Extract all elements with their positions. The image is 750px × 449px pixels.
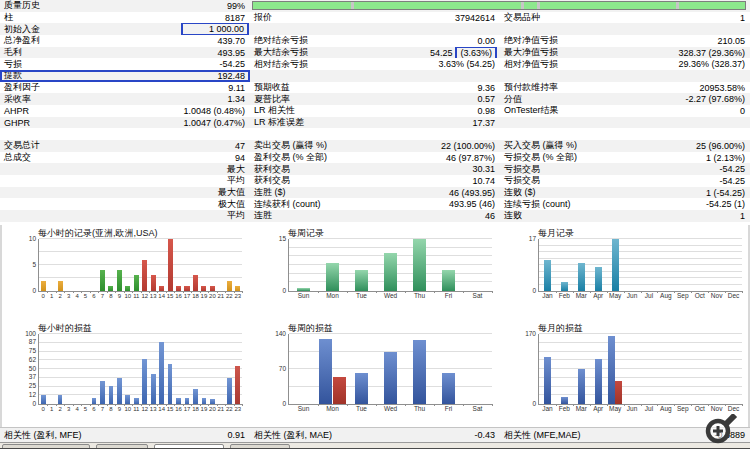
- stats-row: GHPR1.0047 (0.47%)LR 标准误差17.37: [0, 117, 750, 129]
- stat-label: 获利交易: [254, 175, 290, 187]
- bar: [184, 286, 189, 291]
- y-tick-label: 25: [29, 383, 36, 390]
- bar: [355, 270, 368, 291]
- stat-value: 0: [740, 106, 745, 116]
- magnifier-plus-icon: [704, 414, 740, 446]
- y-tick-label: 50: [29, 366, 36, 373]
- gridline: [539, 251, 742, 252]
- gridline: [539, 333, 742, 334]
- stats-cell: 亏损交易 (% 全部)1 (2.13%): [500, 152, 750, 164]
- chart-plot: 070140SunMonTueWedThuFriSat: [288, 334, 492, 405]
- x-tick-label: Feb: [559, 293, 570, 300]
- bar: [210, 399, 215, 404]
- x-tick-mark: [98, 404, 99, 406]
- gridline: [289, 333, 492, 334]
- stat-label: 盈利因子: [4, 82, 40, 94]
- stats-row: 提款192.48: [0, 70, 750, 82]
- stat-value: 平均: [227, 175, 245, 187]
- y-tick-label: 100: [25, 331, 36, 338]
- x-tick-mark: [47, 291, 48, 293]
- x-tick-label: May: [609, 406, 621, 413]
- stat-value: 极大值: [218, 198, 245, 210]
- x-tick-mark: [242, 291, 243, 293]
- stat-value: 1.0047 (0.47%): [183, 118, 245, 128]
- stat-value: 0.57: [477, 94, 495, 104]
- zoom-in-button[interactable]: [704, 414, 740, 446]
- stat-value: 29.36% (328.37): [678, 59, 745, 69]
- x-tick-mark: [347, 291, 348, 293]
- stats-cell: 平均: [0, 210, 250, 222]
- y-tick-label: 10: [29, 236, 36, 243]
- x-tick-mark: [657, 291, 658, 293]
- stat-label: 绝对结余亏损: [254, 35, 308, 47]
- x-tick-label: 0: [42, 406, 45, 412]
- x-tick-label: 2: [58, 293, 61, 299]
- chart-plot: 017JanFebMarAprMayJunJulAugSepOctNovDec: [538, 239, 742, 292]
- stat-value: 1 (2.13%): [706, 153, 745, 163]
- bar: [201, 286, 206, 291]
- stat-label: 连胜: [254, 210, 272, 222]
- x-tick-mark: [376, 404, 377, 406]
- stat-label: 交易品种: [504, 12, 540, 24]
- stats-cell: 连续获利 (count)493.95 (46): [250, 198, 500, 210]
- gridline: [539, 351, 742, 352]
- x-tick-label: 11: [133, 406, 139, 412]
- x-tick-label: 13: [150, 406, 157, 412]
- bottom-tab[interactable]: [230, 444, 290, 449]
- gridline: [539, 258, 742, 259]
- stat-label: 交易总计: [4, 140, 40, 152]
- stats-cell: 盈利因子9.11: [0, 82, 250, 94]
- x-tick-label: Nov: [711, 406, 723, 413]
- stat-label: 毛利: [4, 47, 22, 59]
- gridline: [539, 377, 742, 378]
- stat-value: 1 000.00: [181, 23, 245, 35]
- stat-value: 37942614: [455, 13, 495, 23]
- x-tick-mark: [492, 291, 493, 293]
- chart-monthly-trades: 每月记录017JanFebMarAprMayJunJulAugSepOctNov…: [508, 227, 750, 319]
- stats-row: 最大值连胜 ($)46 (493.95)连败 ($)1 (-54.25): [0, 187, 750, 199]
- bar: [125, 286, 130, 291]
- bar: [151, 374, 156, 404]
- stat-label: 分值: [504, 93, 522, 105]
- stat-value: -54.25: [219, 59, 245, 69]
- gridline: [39, 394, 242, 395]
- stats-row: 盈利因子9.11预期收益9.36预付款维持率20953.58%: [0, 82, 750, 94]
- x-tick-mark: [641, 291, 642, 293]
- correlation-label: 相关性 (盈利, MFE): [4, 429, 82, 442]
- gridline: [39, 333, 242, 334]
- x-tick-label: 13: [150, 293, 157, 299]
- stats-row: 总成交94盈利交易 (% 全部)46 (97.87%)亏损交易 (% 全部)1 …: [0, 152, 750, 164]
- x-tick-mark: [376, 291, 377, 293]
- chart-hourly-trades: 每小时的记录(亚洲,欧洲,USA)05100123456789101112131…: [8, 227, 252, 319]
- stats-row: 最大获利交易30.31亏损交易-54.25: [0, 163, 750, 175]
- stat-label: 绝对净值亏损: [504, 35, 558, 47]
- x-tick-mark: [64, 291, 65, 293]
- x-tick-label: 3: [67, 293, 70, 299]
- stats-cell: 预付款维持率20953.58%: [500, 82, 750, 94]
- gridline: [539, 245, 742, 246]
- stats-row: [0, 128, 750, 140]
- x-tick-label: 3: [67, 406, 70, 412]
- x-tick-label: Apr: [593, 406, 603, 413]
- stats-cell: 连败 ($)1 (-54.25): [500, 187, 750, 199]
- bottom-tab[interactable]: [2, 444, 90, 449]
- bar: [595, 267, 602, 291]
- x-tick-mark: [90, 291, 91, 293]
- stat-value: 22 (100.00%): [441, 141, 495, 151]
- stats-cell: 预期收益9.36: [250, 82, 500, 94]
- stats-cell: 初始入金1 000.00: [0, 23, 250, 35]
- x-tick-mark: [115, 291, 116, 293]
- y-tick-label: 62: [29, 357, 36, 364]
- x-tick-mark: [115, 404, 116, 406]
- bottom-tab[interactable]: [96, 444, 148, 449]
- x-tick-label: 18: [192, 293, 199, 299]
- stat-value: 17.37: [472, 118, 495, 128]
- x-tick-mark: [708, 404, 709, 406]
- gridline: [39, 277, 242, 278]
- bar: [227, 281, 232, 291]
- x-tick-mark: [674, 291, 675, 293]
- bar: [442, 373, 455, 405]
- x-tick-mark: [107, 404, 108, 406]
- bottom-tab[interactable]: [154, 444, 224, 449]
- quality-bar-divider: [537, 2, 540, 9]
